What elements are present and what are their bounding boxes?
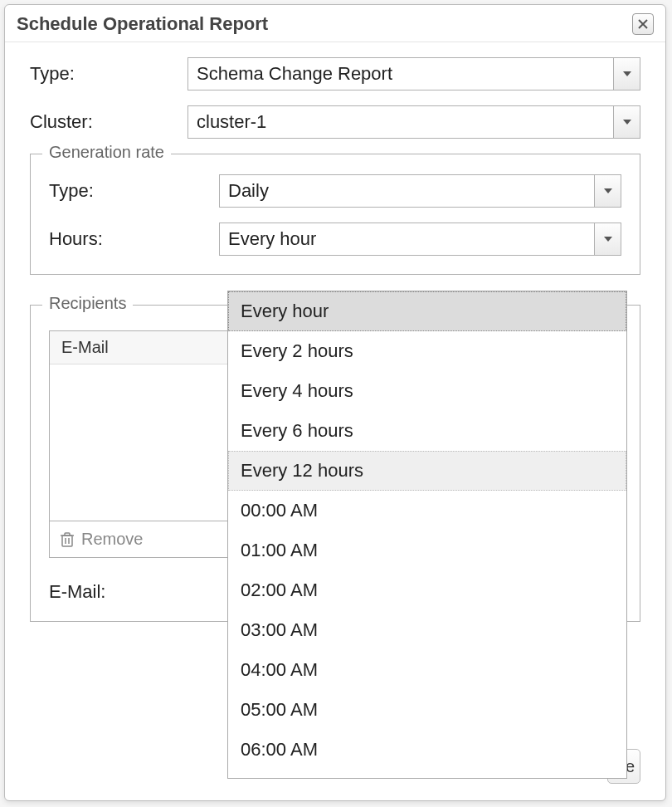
hours-option[interactable]: Every 12 hours bbox=[228, 451, 626, 491]
hours-option[interactable]: Every 4 hours bbox=[228, 371, 626, 411]
hours-option[interactable]: 05:00 AM bbox=[228, 690, 626, 730]
hours-combo[interactable]: Every hour bbox=[219, 223, 621, 256]
hours-option[interactable]: 03:00 AM bbox=[228, 610, 626, 650]
dialog-header: Schedule Operational Report bbox=[5, 5, 665, 42]
gen-type-row: Type: Daily bbox=[49, 174, 621, 208]
hours-option[interactable]: 06:00 AM bbox=[228, 730, 626, 770]
chevron-down-icon bbox=[603, 234, 613, 244]
chevron-down-icon bbox=[622, 117, 632, 127]
hours-option[interactable]: 04:00 AM bbox=[228, 650, 626, 690]
hours-label: Hours: bbox=[49, 228, 219, 250]
trash-icon bbox=[60, 531, 75, 548]
chevron-down-icon bbox=[603, 186, 613, 196]
svg-marker-4 bbox=[604, 188, 612, 193]
report-type-trigger[interactable] bbox=[613, 58, 640, 90]
cluster-trigger[interactable] bbox=[613, 106, 640, 138]
svg-marker-5 bbox=[604, 237, 612, 242]
svg-marker-2 bbox=[623, 71, 631, 76]
schedule-report-dialog: Schedule Operational Report Type: Schema… bbox=[4, 4, 666, 801]
hours-option[interactable]: 02:00 AM bbox=[228, 570, 626, 610]
report-type-value: Schema Change Report bbox=[188, 63, 613, 85]
remove-button[interactable]: Remove bbox=[60, 530, 143, 549]
hours-dropdown[interactable]: Every hourEvery 2 hoursEvery 4 hoursEver… bbox=[227, 291, 627, 779]
hours-trigger[interactable] bbox=[594, 223, 621, 255]
dialog-title: Schedule Operational Report bbox=[17, 13, 268, 35]
generation-rate-fieldset: Generation rate Type: Daily Hours: Every… bbox=[30, 154, 640, 275]
type-label: Type: bbox=[30, 63, 187, 85]
gen-type-value: Daily bbox=[220, 180, 594, 202]
email-label: E-Mail: bbox=[49, 581, 219, 603]
cluster-combo[interactable]: cluster-1 bbox=[187, 105, 640, 139]
hours-option[interactable]: 00:00 AM bbox=[228, 491, 626, 531]
svg-rect-6 bbox=[62, 536, 72, 546]
gen-type-combo[interactable]: Daily bbox=[219, 174, 621, 208]
hours-option[interactable]: 01:00 AM bbox=[228, 531, 626, 570]
gen-type-trigger[interactable] bbox=[594, 175, 621, 207]
type-row: Type: Schema Change Report bbox=[30, 57, 640, 90]
close-icon bbox=[637, 18, 649, 30]
cluster-value: cluster-1 bbox=[188, 111, 613, 133]
report-type-combo[interactable]: Schema Change Report bbox=[187, 57, 640, 90]
gen-type-label: Type: bbox=[49, 180, 219, 202]
hours-option[interactable]: 07:00 AM bbox=[228, 770, 626, 778]
hours-value: Every hour bbox=[220, 228, 594, 250]
hours-option[interactable]: Every 2 hours bbox=[228, 331, 626, 371]
hours-option[interactable]: Every hour bbox=[228, 291, 626, 331]
hours-row: Hours: Every hour bbox=[49, 223, 621, 256]
generation-rate-legend: Generation rate bbox=[42, 143, 171, 162]
hours-option[interactable]: Every 6 hours bbox=[228, 411, 626, 451]
cluster-row: Cluster: cluster-1 bbox=[30, 105, 640, 139]
cluster-label: Cluster: bbox=[30, 111, 187, 133]
chevron-down-icon bbox=[622, 69, 632, 79]
remove-label: Remove bbox=[81, 530, 143, 549]
recipients-legend: Recipients bbox=[42, 294, 133, 313]
svg-marker-3 bbox=[623, 120, 631, 125]
hours-dropdown-list[interactable]: Every hourEvery 2 hoursEvery 4 hoursEver… bbox=[228, 291, 626, 778]
close-button[interactable] bbox=[632, 13, 654, 35]
